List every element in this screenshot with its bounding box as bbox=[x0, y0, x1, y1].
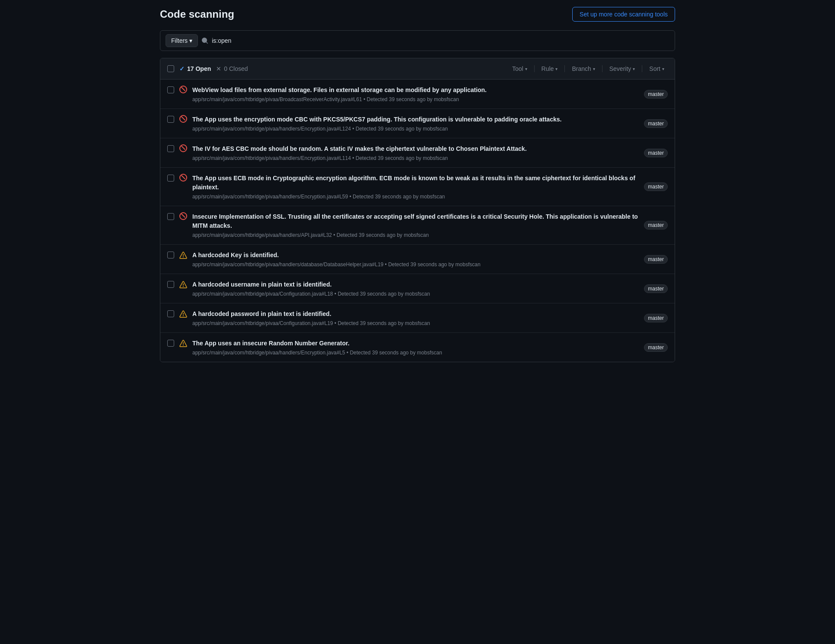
critical-icon bbox=[179, 115, 187, 123]
alert-meta: app/src/main/java/com/htbridge/pivaa/han… bbox=[192, 194, 639, 200]
divider bbox=[534, 65, 535, 72]
row-checkbox-1[interactable] bbox=[167, 116, 174, 123]
divider bbox=[642, 65, 642, 72]
divider bbox=[564, 65, 565, 72]
row-checkbox-4[interactable] bbox=[167, 213, 174, 220]
severity-filter-button[interactable]: Severity ▾ bbox=[606, 64, 639, 74]
branch-badge: master bbox=[644, 284, 668, 293]
branch-badge: master bbox=[644, 90, 668, 99]
alert-content: The IV for AES CBC mode should be random… bbox=[192, 144, 639, 161]
branch-badge: master bbox=[644, 119, 668, 128]
alert-meta: app/src/main/java/com/htbridge/pivaa/Bro… bbox=[192, 96, 639, 102]
alert-meta: app/src/main/java/com/htbridge/pivaa/han… bbox=[192, 126, 639, 132]
branch-badge: master bbox=[644, 182, 668, 191]
divider bbox=[602, 65, 602, 72]
row-checkbox-0[interactable] bbox=[167, 86, 174, 93]
content-box: ✓ 17 Open ✕ 0 Closed Tool ▾ Rule ▾ bbox=[160, 58, 675, 362]
table-row: Insecure Implementation of SSL. Trusting… bbox=[160, 206, 675, 245]
alert-meta: app/src/main/java/com/htbridge/pivaa/Con… bbox=[192, 291, 639, 297]
table-row: The App uses ECB mode in Cryptographic e… bbox=[160, 168, 675, 206]
alert-title[interactable]: The App uses ECB mode in Cryptographic e… bbox=[192, 174, 639, 192]
warning-icon bbox=[179, 252, 187, 259]
setup-scanning-button[interactable]: Set up more code scanning tools bbox=[572, 7, 675, 22]
row-checkbox-8[interactable] bbox=[167, 340, 174, 347]
branch-badge: master bbox=[644, 149, 668, 157]
search-input[interactable] bbox=[212, 37, 669, 44]
alerts-list: WebView load files from external storage… bbox=[160, 80, 675, 362]
alert-meta: app/src/main/java/com/htbridge/pivaa/han… bbox=[192, 232, 639, 238]
table-row: A hardcoded Key is identified. app/src/m… bbox=[160, 245, 675, 274]
branch-chevron-icon: ▾ bbox=[593, 67, 595, 71]
branch-badge: master bbox=[644, 343, 668, 352]
page-header: Code scanning Set up more code scanning … bbox=[160, 7, 675, 22]
search-bar: Filters ▾ bbox=[160, 30, 675, 51]
chevron-down-icon: ▾ bbox=[189, 37, 192, 44]
alert-meta: app/src/main/java/com/htbridge/pivaa/han… bbox=[192, 350, 639, 356]
warning-icon bbox=[179, 310, 187, 318]
alert-title[interactable]: The App uses an insecure Random Number G… bbox=[192, 339, 639, 348]
severity-chevron-icon: ▾ bbox=[633, 67, 635, 71]
critical-icon bbox=[179, 144, 187, 152]
toolbar-left: ✓ 17 Open ✕ 0 Closed bbox=[167, 65, 248, 72]
alert-meta: app/src/main/java/com/htbridge/pivaa/han… bbox=[192, 261, 639, 268]
filters-button[interactable]: Filters ▾ bbox=[166, 34, 198, 47]
check-icon: ✓ bbox=[179, 65, 185, 72]
alert-meta: app/src/main/java/com/htbridge/pivaa/Con… bbox=[192, 320, 639, 326]
alert-content: WebView load files from external storage… bbox=[192, 86, 639, 102]
alert-content: The App uses the encryption mode CBC wit… bbox=[192, 115, 639, 132]
critical-icon bbox=[179, 212, 187, 220]
warning-icon bbox=[179, 281, 187, 289]
sort-button[interactable]: Sort ▾ bbox=[646, 64, 668, 74]
alert-title[interactable]: A hardcoded username in plain text is id… bbox=[192, 280, 639, 289]
search-icon bbox=[201, 37, 208, 44]
branch-filter-button[interactable]: Branch ▾ bbox=[568, 64, 598, 74]
alert-content: A hardcoded password in plain text is id… bbox=[192, 309, 639, 326]
alert-title[interactable]: The IV for AES CBC mode should be random… bbox=[192, 144, 639, 153]
alert-content: Insecure Implementation of SSL. Trusting… bbox=[192, 212, 639, 238]
alert-title[interactable]: A hardcoded password in plain text is id… bbox=[192, 309, 639, 319]
alert-content: A hardcoded username in plain text is id… bbox=[192, 280, 639, 297]
row-checkbox-2[interactable] bbox=[167, 145, 174, 152]
alert-meta: app/src/main/java/com/htbridge/pivaa/han… bbox=[192, 155, 639, 161]
row-checkbox-3[interactable] bbox=[167, 175, 174, 182]
page-container: Code scanning Set up more code scanning … bbox=[150, 0, 685, 369]
table-row: The IV for AES CBC mode should be random… bbox=[160, 138, 675, 168]
table-row: The App uses an insecure Random Number G… bbox=[160, 333, 675, 362]
branch-badge: master bbox=[644, 221, 668, 230]
alert-title[interactable]: WebView load files from external storage… bbox=[192, 86, 639, 95]
alert-title[interactable]: The App uses the encryption mode CBC wit… bbox=[192, 115, 639, 124]
rule-chevron-icon: ▾ bbox=[555, 67, 558, 71]
branch-badge: master bbox=[644, 314, 668, 322]
table-row: WebView load files from external storage… bbox=[160, 80, 675, 109]
tool-filter-button[interactable]: Tool ▾ bbox=[509, 64, 531, 74]
row-checkbox-7[interactable] bbox=[167, 310, 174, 317]
x-icon: ✕ bbox=[216, 65, 221, 72]
page-title: Code scanning bbox=[160, 8, 234, 20]
alert-content: A hardcoded Key is identified. app/src/m… bbox=[192, 251, 639, 268]
row-checkbox-6[interactable] bbox=[167, 281, 174, 288]
closed-tab[interactable]: ✕ 0 Closed bbox=[216, 65, 248, 72]
toolbar: ✓ 17 Open ✕ 0 Closed Tool ▾ Rule ▾ bbox=[160, 58, 675, 80]
branch-badge: master bbox=[644, 255, 668, 264]
row-checkbox-5[interactable] bbox=[167, 252, 174, 258]
tool-chevron-icon: ▾ bbox=[525, 67, 527, 71]
warning-icon bbox=[179, 340, 187, 348]
sort-chevron-icon: ▾ bbox=[662, 67, 664, 71]
alert-content: The App uses ECB mode in Cryptographic e… bbox=[192, 174, 639, 200]
select-all-checkbox[interactable] bbox=[167, 65, 174, 72]
open-tab[interactable]: ✓ 17 Open bbox=[179, 65, 211, 72]
alert-content: The App uses an insecure Random Number G… bbox=[192, 339, 639, 356]
toolbar-right: Tool ▾ Rule ▾ Branch ▾ Severity ▾ bbox=[509, 64, 668, 74]
alert-title[interactable]: Insecure Implementation of SSL. Trusting… bbox=[192, 212, 639, 230]
table-row: A hardcoded username in plain text is id… bbox=[160, 274, 675, 303]
critical-icon bbox=[179, 174, 187, 182]
table-row: The App uses the encryption mode CBC wit… bbox=[160, 109, 675, 138]
critical-icon bbox=[179, 86, 187, 93]
alert-title[interactable]: A hardcoded Key is identified. bbox=[192, 251, 639, 260]
table-row: A hardcoded password in plain text is id… bbox=[160, 303, 675, 333]
rule-filter-button[interactable]: Rule ▾ bbox=[538, 64, 561, 74]
